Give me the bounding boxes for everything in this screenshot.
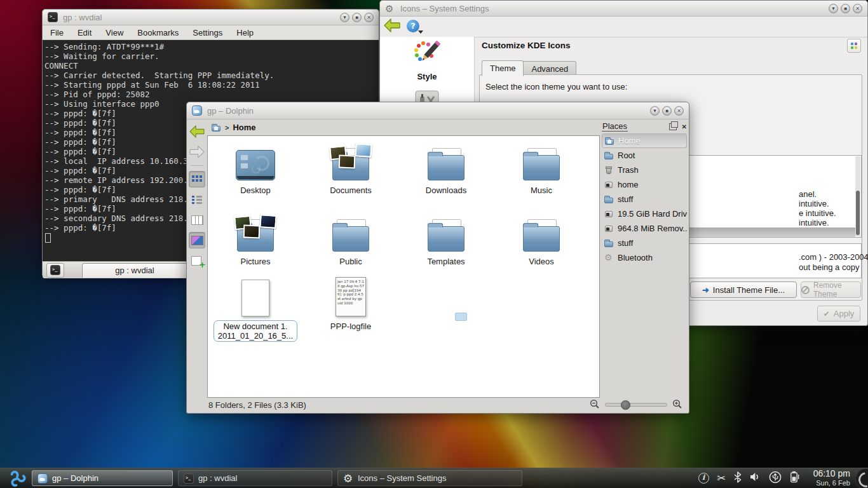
- close-button[interactable]: [674, 106, 684, 116]
- chevron-down-icon: [418, 30, 423, 34]
- folder-item[interactable]: Music: [494, 141, 589, 195]
- columns-view-button[interactable]: [189, 212, 205, 228]
- klipper-scissors-icon[interactable]: [717, 472, 726, 484]
- file-item-selected[interactable]: New document 1. 2011_01_20_16_5...: [208, 274, 303, 342]
- folder-item[interactable]: Downloads: [398, 141, 494, 195]
- file-item[interactable]: Jan 17 09:4 7:18 gp-Asp ire-5738 pp pd[1…: [303, 274, 398, 342]
- folder-item[interactable]: Documents: [303, 141, 398, 195]
- folder-item[interactable]: Templates: [398, 212, 494, 266]
- volume-icon[interactable]: [750, 472, 761, 484]
- folder-item[interactable]: Pictures: [208, 212, 303, 266]
- folder-home-icon: [604, 136, 614, 146]
- apply-button[interactable]: ✔ Apply: [817, 306, 860, 322]
- list-item-fragment: e intuitive.: [799, 208, 836, 218]
- split-view-button[interactable]: [189, 252, 205, 269]
- terminal-tab[interactable]: gp : wvdial: [82, 263, 187, 278]
- minimize-button[interactable]: [650, 106, 660, 116]
- overview-button[interactable]: [847, 39, 861, 53]
- places-header: Places ✕: [602, 119, 687, 133]
- forward-button[interactable]: [189, 144, 205, 160]
- digital-clock[interactable]: 06:10 pm Sun, 6 Feb: [802, 469, 850, 488]
- drive-icon: [604, 180, 614, 190]
- places-item-hard-drive[interactable]: 19.5 GiB Hard Drive: [602, 207, 687, 221]
- back-button[interactable]: [189, 123, 205, 140]
- file-label: New document 1. 2011_01_20_16_5...: [214, 320, 297, 342]
- details-view-button[interactable]: [189, 191, 205, 208]
- maximize-button[interactable]: [352, 13, 362, 22]
- places-item-stuff2[interactable]: stuff: [602, 236, 687, 250]
- scrollbar[interactable]: [855, 156, 860, 236]
- desktop-folder-icon: [236, 150, 275, 180]
- zoom-slider[interactable]: [605, 403, 667, 407]
- file-label: PPP-logfile: [303, 322, 398, 331]
- close-panel-icon[interactable]: ✕: [682, 123, 687, 130]
- places-item-bluetooth[interactable]: Bluetooth: [602, 250, 687, 265]
- minimize-button[interactable]: [340, 13, 349, 22]
- system-tray: [698, 468, 799, 488]
- gear-icon: [385, 3, 395, 13]
- help-button[interactable]: ?: [407, 20, 423, 34]
- sidebar-item-style[interactable]: Style: [380, 37, 474, 81]
- folder-icon: [428, 151, 465, 180]
- terminal-tab-label: gp : wvdial: [115, 266, 154, 275]
- close-button[interactable]: [364, 13, 374, 22]
- folder-label: Desktop: [208, 186, 303, 195]
- terminal-icon: [184, 473, 194, 484]
- close-button[interactable]: [853, 4, 862, 13]
- back-button[interactable]: [384, 18, 400, 35]
- minimize-button[interactable]: [829, 4, 838, 13]
- menu-file[interactable]: File: [50, 28, 64, 37]
- dolphin-titlebar[interactable]: gp – Dolphin: [187, 102, 689, 119]
- battery-icon[interactable]: [790, 471, 799, 485]
- places-item-home-partition[interactable]: home: [602, 177, 687, 192]
- places-item-root[interactable]: Root: [602, 148, 687, 163]
- terminal-line: CONNECT: [44, 61, 379, 71]
- menu-edit[interactable]: Edit: [78, 28, 92, 37]
- folder-item[interactable]: Public: [303, 212, 398, 266]
- scrollbar-thumb[interactable]: [856, 191, 860, 235]
- zoom-out-button[interactable]: [590, 399, 600, 411]
- folder-icon: [523, 222, 560, 252]
- places-item-trash[interactable]: Trash: [602, 163, 687, 177]
- maximize-button[interactable]: [662, 106, 672, 116]
- dolphin-statusbar: 8 Folders, 2 Files (3.3 KiB): [187, 396, 689, 413]
- menu-help[interactable]: Help: [236, 28, 254, 37]
- back-arrow-icon: [384, 18, 400, 32]
- maximize-button[interactable]: [841, 4, 850, 13]
- menu-view[interactable]: View: [105, 28, 123, 37]
- text-preview-icon: Jan 17 09:4 7:18 gp-Asp ire-5738 pp pd[1…: [336, 277, 366, 316]
- usb-device-icon[interactable]: [769, 471, 782, 486]
- preview-button[interactable]: [189, 232, 205, 248]
- icons-view-button[interactable]: [189, 171, 205, 187]
- places-item-home[interactable]: Home: [602, 133, 687, 148]
- bluetooth-icon[interactable]: [734, 471, 742, 485]
- notifications-icon[interactable]: [698, 473, 709, 484]
- documents-folder-icon: [332, 151, 369, 180]
- system-settings-titlebar[interactable]: Icons – System Settings: [380, 1, 867, 17]
- breadcrumb-home[interactable]: Home: [233, 123, 255, 132]
- menu-settings[interactable]: Settings: [193, 28, 222, 37]
- check-icon: ✔: [824, 309, 830, 318]
- distro-logo[interactable]: [8, 469, 27, 488]
- places-item-removable[interactable]: 964.8 MiB Remov...: [602, 221, 687, 236]
- folder-item[interactable]: Videos: [494, 212, 589, 266]
- dolphin-file-view[interactable]: Desktop Documents Downloads Music: [207, 135, 600, 398]
- terminal-titlebar[interactable]: gp : wvdial: [43, 10, 379, 25]
- zoom-in-button[interactable]: [672, 399, 682, 411]
- task-terminal[interactable]: gp : wvdial: [178, 470, 332, 486]
- remove-theme-button[interactable]: Remove Theme: [801, 281, 861, 298]
- task-dolphin[interactable]: gp – Dolphin: [32, 470, 173, 486]
- home-folder-icon[interactable]: [211, 123, 221, 133]
- list-item-fragment: anel.: [799, 189, 817, 199]
- tab-theme[interactable]: Theme: [482, 60, 524, 76]
- places-item-stuff[interactable]: stuff: [602, 192, 687, 207]
- folder-item[interactable]: Desktop: [208, 141, 303, 195]
- new-tab-button[interactable]: [46, 263, 64, 278]
- zoom-slider-thumb[interactable]: [621, 400, 630, 410]
- install-theme-button[interactable]: ➜ Install Theme File...: [690, 281, 797, 298]
- terminal-title: gp : wvdial: [63, 13, 102, 22]
- menu-bookmarks[interactable]: Bookmarks: [137, 28, 179, 37]
- task-system-settings[interactable]: Icons – System Settings: [337, 470, 522, 486]
- float-panel-icon[interactable]: [669, 123, 677, 130]
- install-arrow-icon: ➜: [702, 285, 709, 295]
